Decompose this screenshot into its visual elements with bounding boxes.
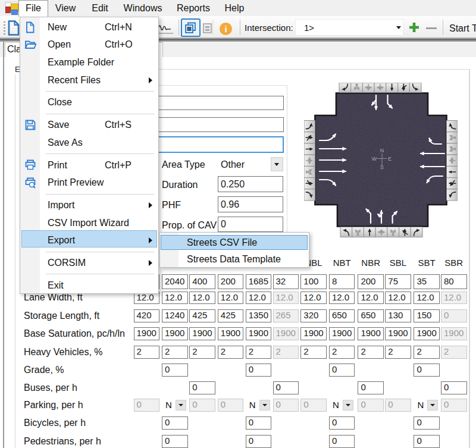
svg-text:W: W — [372, 156, 377, 162]
svg-text:E: E — [388, 156, 392, 162]
svg-text:N: N — [380, 148, 384, 153]
